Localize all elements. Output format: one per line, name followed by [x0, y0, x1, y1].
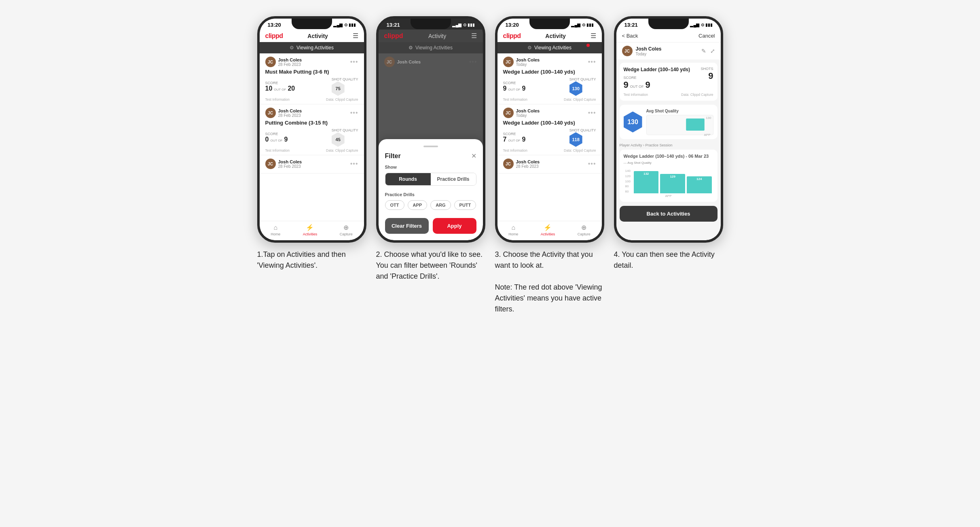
- nav-capture-3[interactable]: ⊕ Capture: [578, 224, 591, 236]
- status-icons-2: ▂▄▆ ⊙ ▮▮▮: [452, 23, 474, 27]
- nav-activities-1[interactable]: ⚡ Activities: [303, 224, 317, 236]
- avatar-1-2: JC: [265, 108, 276, 118]
- card-user-row-3-3: JC Josh Coles 28 Feb 2023 •••: [503, 159, 596, 169]
- score-val-3-1: 9: [503, 85, 507, 92]
- user-name-1-1: Josh Coles: [278, 57, 302, 62]
- card-title-3-1: Wedge Ladder (100–140 yds): [503, 69, 596, 75]
- detail-test-info-4: Test Information: [624, 93, 648, 97]
- card-more-3-3[interactable]: •••: [588, 160, 596, 167]
- card-info-row-1-2: Test Information Data: Clippd Capture: [265, 148, 358, 152]
- nav-capture-label-3: Capture: [578, 232, 591, 236]
- apply-btn-2[interactable]: Apply: [433, 218, 476, 234]
- card-user-row-1-3: JC Josh Coles 28 Feb 2023 •••: [265, 159, 358, 169]
- data-source-1-2: Data: Clippd Capture: [326, 148, 358, 152]
- filter-close-2[interactable]: ✕: [471, 152, 476, 160]
- viewing-bar-text-1: Viewing Activities: [296, 45, 334, 51]
- card-stats-3-2: Score 7 OUT OF 9 Shot Quality 118: [503, 128, 596, 147]
- phone-frame-4: 13:21 ▂▄▆ ⊙ ▮▮▮ < Back Cancel JC: [614, 16, 723, 243]
- card-title-1-1: Must Make Putting (3-6 ft): [265, 69, 358, 75]
- avg-shot-quality-card-4: 130 Avg Shot Quality 130 APP: [620, 105, 718, 139]
- card-more-3-2[interactable]: •••: [588, 109, 596, 116]
- score-group-1-2: Score 0 OUT OF 9: [265, 132, 288, 143]
- menu-icon-1[interactable]: ☰: [353, 32, 358, 40]
- test-info-3-2: Test Information: [503, 148, 527, 152]
- phone-screen-3: 13:20 ▂▄▆ ⊙ ▮▮▮ clippd Activity ☰ ⚙ View…: [497, 19, 602, 240]
- back-btn-4[interactable]: < Back: [622, 33, 638, 39]
- filter-chip-ott-2[interactable]: OTT: [385, 200, 404, 210]
- activity-card-3-1[interactable]: JC Josh Coles Today ••• Wedge Ladder (10…: [497, 53, 602, 104]
- clear-filters-btn-2[interactable]: Clear Filters: [385, 218, 429, 234]
- status-icons-3: ▂▄▆ ⊙ ▮▮▮: [571, 23, 593, 27]
- nav-activities-3[interactable]: ⚡ Activities: [541, 224, 555, 236]
- detail-user-info-4: JC Josh Coles Today: [622, 46, 662, 56]
- card-more-1-3[interactable]: •••: [350, 160, 358, 167]
- caption-3: 3. Choose the Activity that you want to …: [495, 249, 604, 315]
- filter-drills-btn-2[interactable]: Practice Drills: [431, 173, 476, 185]
- card-more-3-1[interactable]: •••: [588, 58, 596, 66]
- activity-card-3-3[interactable]: JC Josh Coles 28 Feb 2023 •••: [497, 155, 602, 174]
- activity-card-1-2[interactable]: JC Josh Coles 28 Feb 2023 ••• Putting Co…: [260, 104, 364, 155]
- card-more-1-1[interactable]: •••: [350, 58, 358, 66]
- card-user-info-1-1: JC Josh Coles 28 Feb 2023: [265, 57, 302, 67]
- activity-card-3-2[interactable]: JC Josh Coles Today ••• Wedge Ladder (10…: [497, 104, 602, 155]
- back-activities-btn-4[interactable]: Back to Activities: [620, 206, 718, 222]
- phone-screen-1: 13:20 ▂▄▆ ⊙ ▮▮▮ clippd Activity ☰ ⚙ Vi: [260, 19, 364, 240]
- menu-icon-3[interactable]: ☰: [591, 32, 596, 40]
- filter-chip-arg-2[interactable]: ARG: [430, 200, 451, 210]
- nav-home-1[interactable]: ⌂ Home: [271, 224, 280, 236]
- cancel-btn-4[interactable]: Cancel: [698, 33, 715, 39]
- notch-4: [648, 19, 689, 29]
- shots-val-3-1: 9: [522, 85, 525, 92]
- activities-icon-1: ⚡: [306, 224, 314, 231]
- mini-chart-4: 130 APP: [646, 115, 713, 135]
- nav-home-label-3: Home: [508, 232, 518, 236]
- card-more-1-2[interactable]: •••: [350, 109, 358, 116]
- filter-header-2: Filter ✕: [385, 152, 476, 160]
- nav-home-3[interactable]: ⌂ Home: [508, 224, 518, 236]
- expand-icon-4[interactable]: ⤢: [710, 48, 715, 54]
- viewing-bar-1[interactable]: ⚙ Viewing Activities: [260, 42, 364, 53]
- drill-info-4: Wedge Ladder (100–140 yds) Score 9 OUT O…: [624, 67, 698, 90]
- bar-chart-4: 140 120 100 80 60 132: [624, 167, 713, 193]
- shots-val-3-2: 9: [522, 136, 525, 143]
- app-header-title-3: Activity: [545, 33, 566, 39]
- edit-icon-4[interactable]: ✎: [701, 48, 706, 54]
- status-icons-1: ▂▄▆ ⊙ ▮▮▮: [333, 23, 356, 27]
- filter-chip-putt-2[interactable]: PUTT: [454, 200, 476, 210]
- detail-content-4: Wedge Ladder (100–140 yds) Score 9 OUT O…: [616, 59, 721, 240]
- caption-1: 1.Tap on Activities and then 'Viewing Ac…: [257, 249, 366, 271]
- activity-card-1-3[interactable]: JC Josh Coles 28 Feb 2023 •••: [260, 155, 364, 174]
- app-logo-2: clippd: [384, 32, 403, 40]
- bar-3-4: 124: [687, 176, 712, 193]
- user-details-3-3: Josh Coles 28 Feb 2023: [516, 159, 540, 169]
- filter-rounds-btn-2[interactable]: Rounds: [385, 173, 431, 185]
- signal-icon-2: ▂▄▆: [452, 23, 461, 27]
- app-header-1: clippd Activity ☰: [260, 30, 364, 42]
- shot-quality-hex-1-1: 75: [332, 81, 345, 96]
- notch-2: [411, 19, 451, 29]
- phone-frame-3: 13:20 ▂▄▆ ⊙ ▮▮▮ clippd Activity ☰ ⚙ View…: [495, 16, 604, 243]
- viewing-bar-3[interactable]: ⚙ Viewing Activities: [497, 42, 602, 53]
- filter-modal-2: Filter ✕ Show Rounds Practice Drills Pra…: [379, 139, 483, 240]
- data-source-3-2: Data: Clippd Capture: [564, 148, 596, 152]
- detail-shots-right-4: 9: [701, 71, 713, 81]
- activity-card-1-1[interactable]: JC Josh Coles 28 Feb 2023 ••• Must Make …: [260, 53, 364, 104]
- battery-icon-3: ▮▮▮: [586, 23, 594, 27]
- avatar-3-3: JC: [503, 159, 514, 169]
- detail-user-row-4: JC Josh Coles Today ✎ ⤢: [616, 42, 721, 59]
- filter-title-2: Filter: [385, 152, 401, 160]
- shot-quality-group-3-2: Shot Quality 118: [569, 128, 596, 147]
- mini-chart-svg-4: [649, 117, 711, 131]
- shots-val-1-1: 20: [288, 85, 295, 92]
- nav-activities-label-3: Activities: [541, 232, 555, 236]
- capture-icon-3: ⊕: [581, 224, 586, 231]
- chart-title-4: Wedge Ladder (100–140 yds) - 06 Mar 23: [624, 154, 713, 159]
- dimmed-card-2: JC Josh Coles •••: [379, 53, 483, 70]
- card-stats-3-1: Score 9 OUT OF 9 Shot Quality 130: [503, 77, 596, 96]
- nav-capture-1[interactable]: ⊕ Capture: [340, 224, 353, 236]
- shot-quality-group-3-1: Shot Quality 130: [569, 77, 596, 96]
- filter-chip-app-2[interactable]: APP: [408, 200, 428, 210]
- filter-chip-row-2: OTT APP ARG PUTT: [385, 200, 476, 210]
- score-group-1-1: Score 10 OUT OF 20: [265, 81, 295, 92]
- status-time-4: 13:21: [624, 22, 638, 28]
